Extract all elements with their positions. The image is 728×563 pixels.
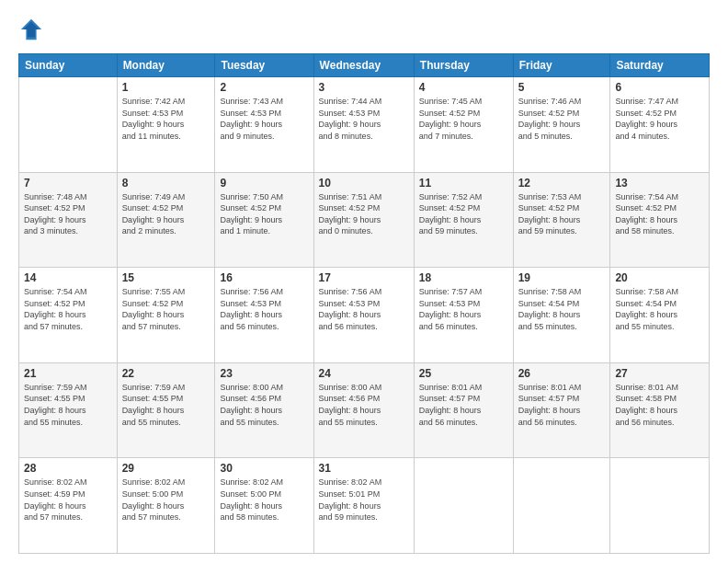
calendar-cell: 2Sunrise: 7:43 AM Sunset: 4:53 PM Daylig… [215, 77, 313, 173]
weekday-thursday: Thursday [414, 54, 513, 77]
day-info: Sunrise: 7:59 AM Sunset: 4:55 PM Dayligh… [24, 382, 112, 428]
day-number: 9 [220, 177, 308, 190]
day-number: 15 [122, 271, 210, 284]
day-info: Sunrise: 8:00 AM Sunset: 4:56 PM Dayligh… [319, 382, 409, 428]
day-number: 6 [615, 81, 704, 94]
day-info: Sunrise: 7:45 AM Sunset: 4:52 PM Dayligh… [419, 96, 508, 142]
calendar-body: 1Sunrise: 7:42 AM Sunset: 4:53 PM Daylig… [19, 77, 710, 554]
day-info: Sunrise: 7:47 AM Sunset: 4:52 PM Dayligh… [615, 96, 704, 142]
weekday-saturday: Saturday [610, 54, 710, 77]
weekday-tuesday: Tuesday [215, 54, 313, 77]
calendar-cell [610, 458, 710, 554]
day-info: Sunrise: 7:58 AM Sunset: 4:54 PM Dayligh… [615, 286, 704, 332]
calendar-cell: 11Sunrise: 7:52 AM Sunset: 4:52 PM Dayli… [414, 172, 513, 268]
calendar-cell: 21Sunrise: 7:59 AM Sunset: 4:55 PM Dayli… [19, 362, 118, 458]
day-number: 22 [122, 367, 210, 380]
calendar-cell: 20Sunrise: 7:58 AM Sunset: 4:54 PM Dayli… [610, 268, 710, 363]
day-number: 14 [24, 271, 112, 284]
day-number: 8 [122, 177, 210, 190]
calendar-cell: 15Sunrise: 7:55 AM Sunset: 4:52 PM Dayli… [117, 268, 215, 363]
calendar-cell: 26Sunrise: 8:01 AM Sunset: 4:57 PM Dayli… [513, 362, 610, 458]
day-number: 31 [319, 462, 409, 475]
day-number: 20 [615, 271, 704, 284]
calendar-cell: 16Sunrise: 7:56 AM Sunset: 4:53 PM Dayli… [215, 268, 313, 363]
weekday-monday: Monday [117, 54, 215, 77]
day-number: 5 [518, 81, 606, 94]
day-info: Sunrise: 8:01 AM Sunset: 4:58 PM Dayligh… [615, 382, 704, 428]
day-number: 23 [220, 367, 308, 380]
calendar-cell: 14Sunrise: 7:54 AM Sunset: 4:52 PM Dayli… [19, 268, 118, 363]
calendar-cell [19, 77, 118, 173]
day-info: Sunrise: 7:51 AM Sunset: 4:52 PM Dayligh… [319, 191, 409, 237]
day-number: 1 [122, 81, 210, 94]
calendar-cell: 27Sunrise: 8:01 AM Sunset: 4:58 PM Dayli… [610, 362, 710, 458]
calendar-cell: 17Sunrise: 7:56 AM Sunset: 4:53 PM Dayli… [313, 268, 414, 363]
calendar-cell: 25Sunrise: 8:01 AM Sunset: 4:57 PM Dayli… [414, 362, 513, 458]
day-info: Sunrise: 7:42 AM Sunset: 4:53 PM Dayligh… [122, 96, 210, 142]
calendar-cell: 24Sunrise: 8:00 AM Sunset: 4:56 PM Dayli… [313, 362, 414, 458]
day-number: 10 [319, 177, 409, 190]
calendar-cell [513, 458, 610, 554]
day-info: Sunrise: 7:59 AM Sunset: 4:55 PM Dayligh… [122, 382, 210, 428]
calendar: SundayMondayTuesdayWednesdayThursdayFrid… [18, 53, 710, 554]
week-row-5: 28Sunrise: 8:02 AM Sunset: 4:59 PM Dayli… [19, 458, 710, 554]
calendar-cell: 18Sunrise: 7:57 AM Sunset: 4:53 PM Dayli… [414, 268, 513, 363]
week-row-2: 7Sunrise: 7:48 AM Sunset: 4:52 PM Daylig… [19, 172, 710, 268]
logo-icon [18, 17, 44, 42]
day-number: 3 [319, 81, 409, 94]
day-number: 30 [220, 462, 308, 475]
day-number: 2 [220, 81, 308, 94]
calendar-cell: 9Sunrise: 7:50 AM Sunset: 4:52 PM Daylig… [215, 172, 313, 268]
day-info: Sunrise: 8:01 AM Sunset: 4:57 PM Dayligh… [518, 382, 606, 428]
day-number: 19 [518, 271, 606, 284]
day-info: Sunrise: 7:52 AM Sunset: 4:52 PM Dayligh… [419, 191, 508, 237]
day-number: 21 [24, 367, 112, 380]
day-number: 28 [24, 462, 112, 475]
weekday-header-row: SundayMondayTuesdayWednesdayThursdayFrid… [19, 54, 710, 77]
calendar-cell: 28Sunrise: 8:02 AM Sunset: 4:59 PM Dayli… [19, 458, 118, 554]
svg-marker-1 [24, 22, 40, 38]
day-info: Sunrise: 7:56 AM Sunset: 4:53 PM Dayligh… [319, 286, 409, 332]
calendar-cell: 7Sunrise: 7:48 AM Sunset: 4:52 PM Daylig… [19, 172, 118, 268]
day-info: Sunrise: 8:02 AM Sunset: 5:00 PM Dayligh… [220, 477, 308, 523]
day-number: 11 [419, 177, 508, 190]
day-number: 26 [518, 367, 606, 380]
day-info: Sunrise: 7:54 AM Sunset: 4:52 PM Dayligh… [615, 191, 704, 237]
calendar-cell: 22Sunrise: 7:59 AM Sunset: 4:55 PM Dayli… [117, 362, 215, 458]
day-number: 7 [24, 177, 112, 190]
day-number: 25 [419, 367, 508, 380]
calendar-cell: 4Sunrise: 7:45 AM Sunset: 4:52 PM Daylig… [414, 77, 513, 173]
calendar-cell: 31Sunrise: 8:02 AM Sunset: 5:01 PM Dayli… [313, 458, 414, 554]
day-info: Sunrise: 8:02 AM Sunset: 5:00 PM Dayligh… [122, 477, 210, 523]
day-number: 12 [518, 177, 606, 190]
day-number: 24 [319, 367, 409, 380]
day-info: Sunrise: 7:44 AM Sunset: 4:53 PM Dayligh… [319, 96, 409, 142]
day-info: Sunrise: 7:53 AM Sunset: 4:52 PM Dayligh… [518, 191, 606, 237]
page-header [18, 17, 710, 42]
weekday-friday: Friday [513, 54, 610, 77]
calendar-cell: 30Sunrise: 8:02 AM Sunset: 5:00 PM Dayli… [215, 458, 313, 554]
day-info: Sunrise: 8:02 AM Sunset: 4:59 PM Dayligh… [24, 477, 112, 523]
day-info: Sunrise: 7:50 AM Sunset: 4:52 PM Dayligh… [220, 191, 308, 237]
day-number: 27 [615, 367, 704, 380]
weekday-wednesday: Wednesday [313, 54, 414, 77]
day-info: Sunrise: 7:46 AM Sunset: 4:52 PM Dayligh… [518, 96, 606, 142]
calendar-header: SundayMondayTuesdayWednesdayThursdayFrid… [19, 54, 710, 77]
calendar-cell: 23Sunrise: 8:00 AM Sunset: 4:56 PM Dayli… [215, 362, 313, 458]
calendar-cell: 29Sunrise: 8:02 AM Sunset: 5:00 PM Dayli… [117, 458, 215, 554]
day-info: Sunrise: 8:02 AM Sunset: 5:01 PM Dayligh… [319, 477, 409, 523]
weekday-sunday: Sunday [19, 54, 118, 77]
day-info: Sunrise: 8:01 AM Sunset: 4:57 PM Dayligh… [419, 382, 508, 428]
day-number: 17 [319, 271, 409, 284]
logo [18, 17, 48, 42]
day-number: 18 [419, 271, 508, 284]
calendar-cell: 5Sunrise: 7:46 AM Sunset: 4:52 PM Daylig… [513, 77, 610, 173]
calendar-cell: 8Sunrise: 7:49 AM Sunset: 4:52 PM Daylig… [117, 172, 215, 268]
day-info: Sunrise: 7:54 AM Sunset: 4:52 PM Dayligh… [24, 286, 112, 332]
day-info: Sunrise: 7:43 AM Sunset: 4:53 PM Dayligh… [220, 96, 308, 142]
week-row-3: 14Sunrise: 7:54 AM Sunset: 4:52 PM Dayli… [19, 268, 710, 363]
day-info: Sunrise: 7:56 AM Sunset: 4:53 PM Dayligh… [220, 286, 308, 332]
calendar-cell: 13Sunrise: 7:54 AM Sunset: 4:52 PM Dayli… [610, 172, 710, 268]
day-info: Sunrise: 7:48 AM Sunset: 4:52 PM Dayligh… [24, 191, 112, 237]
day-info: Sunrise: 8:00 AM Sunset: 4:56 PM Dayligh… [220, 382, 308, 428]
